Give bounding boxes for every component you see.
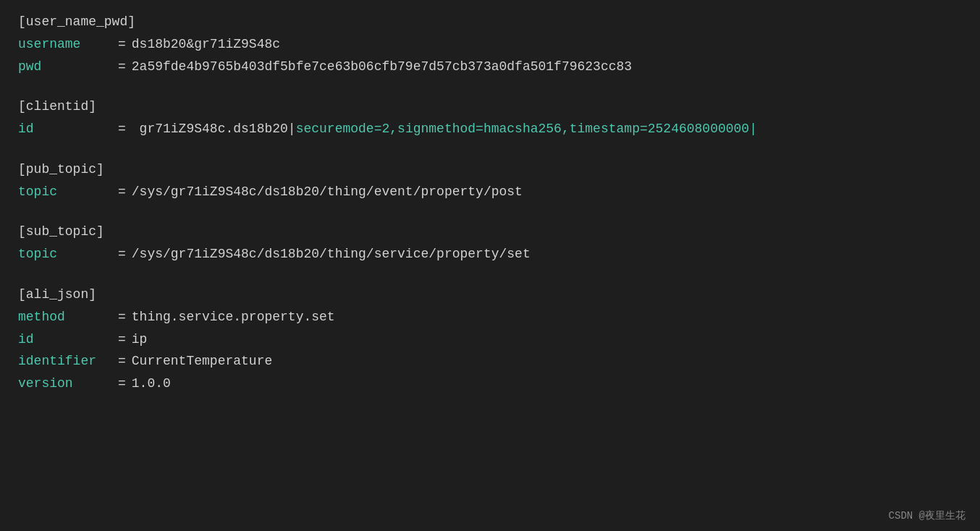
value-topic: /sys/gr71iZ9S48c/ds18b20/thing/event/pro… [132,184,523,199]
key-version: version [18,373,112,395]
section-header-user_name_pwd: [user_name_pwd] [18,14,962,29]
equals-sign: = [118,306,126,328]
section-ali_json: [ali_json]method=thing.service.property.… [18,287,962,394]
key-topic: topic [18,243,112,266]
value-identifier: CurrentTemperature [132,354,272,368]
equals-sign: = [118,328,126,351]
row-method: method=thing.service.property.set [18,306,962,328]
equals-sign: = [118,243,126,266]
row-id: id= gr71iZ9S48c.ds18b20|securemode=2,sig… [18,118,962,140]
value-pwd: 2a59fde4b9765b403df5bfe7ce63b06cfb79e7d5… [132,59,632,74]
watermark: CSDN @夜里生花 [889,509,966,522]
section-header-pub_topic: [pub_topic] [18,162,962,177]
value-plain-before-id: gr71iZ9S48c.ds18b20| [132,122,296,136]
value-method: thing.service.property.set [132,310,335,324]
value-version: 1.0.0 [132,376,171,391]
key-id: id [18,328,112,351]
row-pwd: pwd=2a59fde4b9765b403df5bfe7ce63b06cfb79… [18,56,962,78]
value-id: ip [132,332,148,347]
key-pwd: pwd [18,56,112,78]
section-clientid: [clientid]id= gr71iZ9S48c.ds18b20|secure… [18,99,962,140]
equals-sign: = [118,373,126,395]
row-topic: topic=/sys/gr71iZ9S48c/ds18b20/thing/eve… [18,181,962,203]
section-header-ali_json: [ali_json] [18,287,962,302]
equals-sign: = [118,118,126,140]
row-id: id=ip [18,328,962,351]
key-username: username [18,33,112,56]
section-user_name_pwd: [user_name_pwd]username=ds18b20&gr71iZ9S… [18,14,962,77]
row-version: version=1.0.0 [18,373,962,395]
value-topic: /sys/gr71iZ9S48c/ds18b20/thing/service/p… [132,247,531,261]
row-identifier: identifier=CurrentTemperature [18,350,962,373]
equals-sign: = [118,350,126,373]
section-pub_topic: [pub_topic]topic=/sys/gr71iZ9S48c/ds18b2… [18,162,962,203]
row-topic: topic=/sys/gr71iZ9S48c/ds18b20/thing/ser… [18,243,962,266]
equals-sign: = [118,181,126,203]
section-header-sub_topic: [sub_topic] [18,224,962,239]
row-username: username=ds18b20&gr71iZ9S48c [18,33,962,56]
key-topic: topic [18,181,112,203]
equals-sign: = [118,33,126,56]
key-method: method [18,306,112,328]
section-header-clientid: [clientid] [18,99,962,114]
section-sub_topic: [sub_topic]topic=/sys/gr71iZ9S48c/ds18b2… [18,224,962,266]
key-identifier: identifier [18,350,112,373]
value-highlighted-id: securemode=2,signmethod=hmacsha256,times… [296,122,757,136]
equals-sign: = [118,56,126,78]
value-username: ds18b20&gr71iZ9S48c [132,37,280,51]
key-id: id [18,118,112,140]
